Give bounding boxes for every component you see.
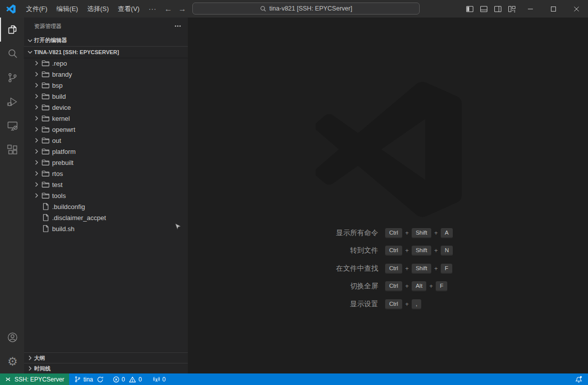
chevron-right-icon xyxy=(33,81,41,89)
tree-indent xyxy=(33,214,41,222)
section-label: 打开的编辑器 xyxy=(34,37,67,44)
toggle-sidebar-icon[interactable] xyxy=(463,0,477,18)
tree-item[interactable]: test xyxy=(24,179,188,190)
chevron-right-icon xyxy=(33,70,41,78)
tree-item[interactable]: device xyxy=(24,102,188,113)
run-debug-icon[interactable] xyxy=(0,90,24,114)
toggle-secondary-sidebar-icon[interactable] xyxy=(491,0,505,18)
section-open-editors[interactable]: 打开的编辑器 xyxy=(24,35,188,47)
tree-item-label: prebuilt xyxy=(52,159,74,166)
folder-icon xyxy=(42,81,50,89)
chevron-right-icon xyxy=(26,364,34,372)
shortcut-label: 切换全屏 xyxy=(188,282,378,291)
plus-separator: + xyxy=(405,301,409,308)
file-icon xyxy=(42,203,50,211)
settings-gear-icon[interactable]: ⚙ xyxy=(0,349,24,373)
tree-item[interactable]: kernel xyxy=(24,113,188,124)
back-arrow-icon[interactable]: ← xyxy=(164,5,172,14)
chevron-right-icon xyxy=(33,92,41,100)
notifications-bell[interactable] xyxy=(569,373,588,385)
ports-indicator[interactable]: 0 xyxy=(150,373,169,385)
shortcut-keys: Ctrl+Shift+A xyxy=(385,228,453,238)
tree-item[interactable]: build.sh xyxy=(24,223,188,234)
tree-item[interactable]: platform xyxy=(24,146,188,157)
menu-edit[interactable]: 编辑(E) xyxy=(52,0,83,18)
maximize-button[interactable] xyxy=(542,0,565,18)
chevron-down-icon xyxy=(26,48,34,56)
toggle-panel-icon[interactable] xyxy=(477,0,491,18)
tree-item[interactable]: openwrt xyxy=(24,124,188,135)
error-count: 0 xyxy=(122,376,125,383)
tree-item[interactable]: tools xyxy=(24,190,188,201)
keycap: Shift xyxy=(412,264,431,274)
section-label: 大纲 xyxy=(34,354,45,362)
explorer-icon[interactable] xyxy=(0,18,24,42)
section-outline[interactable]: 大纲 xyxy=(24,352,188,363)
keycap: F xyxy=(436,281,447,291)
tree-item-label: bsp xyxy=(52,82,63,89)
tree-item-label: tools xyxy=(52,192,66,200)
title-bar: 文件(F) 编辑(E) 选择(S) 查看(V) ··· ← → tina-v82… xyxy=(0,0,588,18)
shortcut-row: 显示设置Ctrl+, xyxy=(188,295,588,313)
folder-icon xyxy=(42,92,50,100)
menu-file[interactable]: 文件(F) xyxy=(22,0,52,18)
keycap: F xyxy=(441,264,452,274)
history-nav: ← → xyxy=(164,0,186,18)
folder-icon xyxy=(42,180,50,188)
tree-item-label: rtos xyxy=(52,170,63,177)
branch-indicator[interactable]: tina xyxy=(71,373,106,385)
menu-selection[interactable]: 选择(S) xyxy=(83,0,113,18)
warning-icon xyxy=(129,376,136,383)
extensions-icon[interactable] xyxy=(0,138,24,162)
close-button[interactable] xyxy=(565,0,588,18)
source-control-icon[interactable] xyxy=(0,66,24,90)
tree-item-label: build xyxy=(52,93,66,100)
section-label: TINA-V821 [SSH: EPYCSERVER] xyxy=(34,49,119,55)
accounts-icon[interactable] xyxy=(0,325,24,349)
menu-overflow[interactable]: ··· xyxy=(144,0,161,18)
shortcuts-list: 显示所有命令Ctrl+Shift+A转到文件Ctrl+Shift+N在文件中查找… xyxy=(188,224,588,313)
problems-indicator[interactable]: 0 0 xyxy=(110,373,145,385)
tree-item[interactable]: .repo xyxy=(24,58,188,69)
tree-item[interactable]: rtos xyxy=(24,168,188,179)
file-icon xyxy=(42,225,50,233)
tree-item[interactable]: prebuilt xyxy=(24,157,188,168)
plus-separator: + xyxy=(405,265,409,272)
search-view-icon[interactable] xyxy=(0,42,24,66)
command-center[interactable]: tina-v821 [SSH: EPYCServer] xyxy=(192,3,420,15)
keycap: Ctrl xyxy=(385,264,402,274)
tree-item[interactable]: .buildconfig xyxy=(24,201,188,212)
file-icon xyxy=(42,214,50,222)
minimize-button[interactable] xyxy=(519,0,542,18)
remote-explorer-icon[interactable] xyxy=(0,114,24,138)
chevron-down-icon xyxy=(26,37,34,45)
customize-layout-icon[interactable] xyxy=(505,0,519,18)
section-workspace[interactable]: TINA-V821 [SSH: EPYCSERVER] xyxy=(24,47,188,58)
status-bar: SSH: EPYCServer tina 0 0 xyxy=(0,373,588,385)
shortcut-label: 在文件中查找 xyxy=(188,264,378,273)
tree-item-label: .buildconfig xyxy=(52,203,85,211)
tree-item[interactable]: build xyxy=(24,91,188,102)
menu-view[interactable]: 查看(V) xyxy=(113,0,144,18)
section-timeline[interactable]: 时间线 xyxy=(24,363,188,373)
keycap: Alt xyxy=(412,281,426,291)
tree-item-label: openwrt xyxy=(52,126,75,133)
remote-indicator[interactable]: SSH: EPYCServer xyxy=(0,373,69,385)
tree-item[interactable]: .disclaimer_accpet xyxy=(24,212,188,223)
ports-count: 0 xyxy=(162,376,166,383)
forward-arrow-icon[interactable]: → xyxy=(178,5,186,14)
plus-separator: + xyxy=(429,283,433,290)
sidebar-bottom-sections: 大纲 时间线 xyxy=(24,352,188,373)
chevron-right-icon xyxy=(33,191,41,200)
vscode-logo-icon xyxy=(7,5,16,14)
explorer-sidebar: 资源管理器 打开的编辑器 TINA-V821 [SSH: EPYCSERVER]… xyxy=(24,18,188,373)
keycap: , xyxy=(412,299,421,309)
more-actions-icon[interactable] xyxy=(174,22,182,30)
tree-item[interactable]: out xyxy=(24,135,188,146)
bell-dot-icon xyxy=(575,375,582,383)
tree-item[interactable]: brandy xyxy=(24,69,188,80)
tree-item-label: build.sh xyxy=(52,225,75,233)
tree-item[interactable]: bsp xyxy=(24,80,188,91)
shortcut-keys: Ctrl+, xyxy=(385,299,421,309)
activity-bar-spacer xyxy=(0,162,24,325)
